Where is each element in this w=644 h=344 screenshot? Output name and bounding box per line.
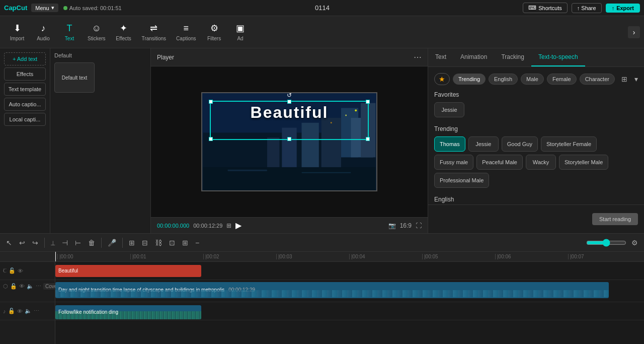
play-button[interactable]: ▶ (235, 221, 242, 230)
tl-redo-button[interactable]: ↪ (30, 238, 40, 248)
tl-crop-left-button[interactable]: ⊣ (60, 238, 70, 248)
ad-icon: ▣ (236, 23, 245, 34)
shortcuts-button[interactable]: ⌨ Shortcuts (523, 3, 567, 13)
svg-rect-4 (321, 118, 341, 167)
track-video-more-icon[interactable]: ⋯ (36, 283, 41, 290)
tool-transitions[interactable]: ⇌ Transitions (137, 21, 172, 43)
audio-icon: ♪ (41, 23, 46, 34)
voice-storyteller-female-trending[interactable]: Storyteller Female (541, 136, 597, 152)
filter-male-button[interactable]: Male (521, 74, 544, 85)
filter-character-button[interactable]: Character (580, 74, 615, 85)
track-video-vol-icon[interactable]: 🔈 (27, 283, 34, 290)
tl-delete-button[interactable]: 🗑 (86, 238, 97, 248)
tab-animation[interactable]: Animation (453, 48, 494, 66)
tl-crop-right-button[interactable]: ⊢ (73, 238, 83, 248)
filter-female-button[interactable]: Female (547, 74, 577, 85)
tl-ripple-button[interactable]: ⊟ (140, 238, 150, 248)
track-audio-vol-icon[interactable]: 🔈 (25, 308, 32, 314)
filter-dropdown-button[interactable]: ▾ (634, 75, 638, 83)
start-reading-button[interactable]: Start reading (592, 213, 638, 225)
tool-effects[interactable]: ✦ Effects (111, 21, 137, 43)
export-button[interactable]: ↑ Export (606, 4, 640, 13)
tab-tts[interactable]: Text-to-speech (531, 48, 585, 66)
svg-rect-8 (267, 137, 279, 167)
templates-panel: Default Default text (50, 48, 151, 233)
tl-magnet-button[interactable]: ⊞ (127, 238, 137, 248)
track-eye-icon[interactable]: 👁 (18, 268, 23, 274)
auto-caption-button[interactable]: Auto captio... (4, 98, 46, 111)
tl-cursor-button[interactable]: ↖ (4, 238, 14, 248)
tab-tracking[interactable]: Tracking (494, 48, 531, 66)
tl-zoom-out-button[interactable]: − (193, 238, 201, 248)
fullscreen-button[interactable]: ⛶ (416, 222, 422, 229)
right-tabs: Text Animation Tracking Text-to-speech (428, 48, 644, 67)
tool-import[interactable]: ⬇ Import (4, 21, 30, 43)
transitions-icon: ⇌ (150, 23, 157, 34)
voice-storyteller-male-trending[interactable]: Storyteller Male (559, 155, 608, 170)
voice-peaceful-male-trending[interactable]: Peaceful Male (476, 155, 523, 170)
voice-jessie-trending[interactable]: Jessie (468, 136, 499, 152)
screenshot-button[interactable]: 📷 (388, 222, 396, 229)
player-menu-button[interactable]: ⋯ (414, 52, 422, 62)
tool-text[interactable]: T Text (56, 21, 83, 43)
voice-good-guy-trending[interactable]: Good Guy (502, 136, 538, 152)
track-text-icon: Ꞇ (3, 267, 7, 274)
track-audio-eye-icon[interactable]: 👁 (17, 308, 23, 314)
voice-professional-male-trending[interactable]: Professional Male (434, 173, 489, 188)
default-text-card[interactable]: Default text (54, 62, 95, 93)
ruler-mark-7: |00:07 (568, 254, 641, 259)
tl-split-button[interactable]: ⟂ (49, 238, 57, 248)
time-total: 00:00:12:29 (193, 223, 222, 229)
filter-english-button[interactable]: English (489, 74, 518, 85)
text-overlay[interactable]: Beautiful (212, 103, 366, 122)
voice-thomas-trending[interactable]: Thomas (434, 136, 465, 152)
import-icon: ⬇ (14, 23, 21, 34)
tts-bottom: Start reading (428, 204, 644, 233)
track-audio-lock-icon[interactable]: 🔓 (8, 308, 15, 314)
clip-audio[interactable]: Follow/like notification ding (55, 305, 201, 319)
tool-filters[interactable]: ⚙ Filters (201, 21, 227, 43)
text-template-button[interactable]: Text template (4, 83, 46, 96)
timeline-grid-button[interactable]: ⊞ (226, 222, 231, 229)
voice-wacky-trending[interactable]: Wacky (526, 155, 556, 170)
voice-fussy-male-trending[interactable]: Fussy male (434, 155, 473, 170)
effects-button[interactable]: Effects (4, 67, 46, 81)
filter-sort-button[interactable]: ⊞ (621, 75, 627, 83)
tl-copy-button[interactable]: ⊞ (180, 238, 190, 248)
clip-beautiful[interactable]: Beautiful (55, 265, 201, 277)
track-video-lock-icon[interactable]: 🔓 (10, 283, 17, 290)
voice-jessie-fav[interactable]: Jessie (434, 102, 464, 117)
player-area: Player ⋯ (151, 48, 428, 233)
share-button[interactable]: ↑ Share (572, 3, 602, 13)
tool-audio[interactable]: ♪ Audio (30, 21, 56, 43)
tool-stickers[interactable]: ☺ Stickers (83, 21, 111, 43)
tl-delink-button[interactable]: ⊡ (167, 238, 177, 248)
local-caption-button[interactable]: Local capti... (4, 113, 46, 126)
track-video-eye-icon[interactable]: 👁 (19, 283, 25, 289)
player-controls: 00:00:00.000 00:00:12:29 ⊞ ▶ 📷 16:9 ⛶ (151, 217, 428, 233)
filter-favorites-button[interactable]: ★ (434, 73, 450, 85)
zoom-slider[interactable] (586, 239, 626, 247)
tl-undo-button[interactable]: ↩ (17, 238, 27, 248)
track-audio-more-icon[interactable]: ⋯ (34, 308, 39, 314)
menu-button[interactable]: Menu ▾ (31, 4, 58, 12)
add-text-button[interactable]: + Add text (4, 52, 46, 65)
filter-trending-button[interactable]: Trending (453, 74, 486, 85)
tool-ad[interactable]: ▣ Ad (227, 21, 254, 43)
track-side-video: ⬡ 🔓 👁 🔈 ⋯ Cover (0, 280, 55, 302)
track-lock-icon[interactable]: 🔓 (9, 267, 16, 274)
ruler-mark-1: |00:01 (130, 254, 203, 259)
tab-text[interactable]: Text (428, 48, 453, 66)
tl-link-button[interactable]: ⛓ (153, 238, 164, 248)
tl-settings-button[interactable]: ⚙ (629, 238, 640, 248)
ruler-mark-0: |00:00 (57, 254, 130, 259)
toolbar-expand-button[interactable]: › (628, 26, 640, 38)
tl-mic-button[interactable]: 🎤 (106, 238, 118, 248)
timecode-display: 0114 (122, 4, 523, 12)
top-right-controls: ⌨ Shortcuts ↑ Share ↑ Export (523, 3, 640, 13)
player-right-controls: 📷 16:9 ⛶ (388, 222, 422, 229)
templates-section-title: Default (54, 52, 146, 58)
captions-icon: ≡ (184, 23, 189, 34)
audio-track-content: Follow/like notification ding (55, 304, 644, 318)
tool-captions[interactable]: ≡ Captions (171, 21, 201, 43)
